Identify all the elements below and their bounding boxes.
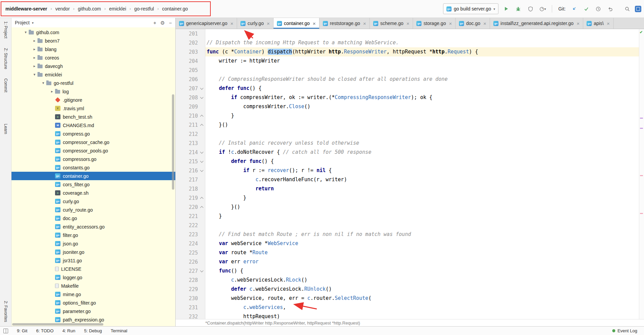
code-line[interactable]: 223 // Find best match Route ; err is no… xyxy=(176,230,639,239)
tree-item[interactable]: .gitignore xyxy=(11,96,175,104)
run-button[interactable] xyxy=(501,4,511,14)
tree-item[interactable]: gocurly_route.go xyxy=(11,206,175,214)
code-line[interactable]: 214 if !c.doNotRecover { // catch all fo… xyxy=(176,148,639,157)
stripe-mark[interactable] xyxy=(640,175,643,176)
code-line[interactable]: 218 return xyxy=(176,184,639,193)
tool-window-button[interactable]: 2: Favorites xyxy=(3,301,8,322)
chevron-down-icon[interactable]: ▾ xyxy=(23,30,28,34)
fold-icon[interactable] xyxy=(200,111,205,120)
tree-item[interactable]: gocompressors.go xyxy=(11,155,175,163)
tree-item[interactable]: ▸davecgh xyxy=(11,62,175,70)
code-line[interactable]: 221 } xyxy=(176,212,639,221)
tree-item[interactable]: gojsoniter.go xyxy=(11,248,175,256)
status-bar-item[interactable]: Terminal xyxy=(111,328,127,333)
fold-icon[interactable] xyxy=(200,120,205,129)
close-icon[interactable]: × xyxy=(449,21,452,26)
editor-tab[interactable]: goinstall\zz_generated.api.register.go× xyxy=(490,18,583,29)
breadcrumb-item[interactable]: emicklei xyxy=(109,6,126,11)
code-line[interactable]: 215 defer func() { xyxy=(176,157,639,166)
tree-item[interactable]: MCHANGES.md xyxy=(11,121,175,129)
code-line[interactable]: 206 // CompressingResponseWriter should … xyxy=(176,75,639,84)
tool-window-button[interactable]: Z: Structure xyxy=(3,48,8,69)
tree-item[interactable]: gocors_filter.go xyxy=(11,180,175,189)
tree-item[interactable]: Makefile xyxy=(11,282,175,290)
tree-scrollbar-vertical[interactable] xyxy=(172,94,174,190)
code-line[interactable]: 203func (c *Container) dispatch(httpWrit… xyxy=(176,47,639,56)
locate-icon[interactable]: ⌖ xyxy=(153,20,156,25)
tree-scrollbar-horizontal[interactable] xyxy=(12,323,103,326)
project-tree[interactable]: ▾github.com▸beorn7▸blang▸coreos▸davecgh▾… xyxy=(11,27,175,326)
fold-icon[interactable] xyxy=(200,157,205,166)
chevron-right-icon[interactable]: ▸ xyxy=(49,89,55,94)
fold-icon[interactable] xyxy=(200,202,205,212)
breadcrumb-item[interactable]: github.com xyxy=(78,6,101,11)
fold-icon[interactable] xyxy=(200,148,205,157)
editor-tab[interactable]: gocontainer.go× xyxy=(274,18,319,29)
tree-item[interactable]: Y.travis.yml xyxy=(11,104,175,113)
close-icon[interactable]: × xyxy=(267,21,270,26)
editor-tab[interactable]: goscheme.go× xyxy=(370,18,413,29)
code-line[interactable]: 227 func() { xyxy=(176,266,639,276)
tree-item[interactable]: gocompressor_pools.go xyxy=(11,146,175,155)
chevron-down-icon[interactable]: ▾ xyxy=(32,21,34,25)
fold-icon[interactable] xyxy=(200,166,205,175)
vcs-update-button[interactable] xyxy=(569,4,578,14)
tree-item[interactable]: gojson.go xyxy=(11,239,175,248)
close-icon[interactable]: × xyxy=(407,21,410,26)
ide-corner-icon[interactable] xyxy=(635,6,641,12)
code-line[interactable]: 231 c.webServices, xyxy=(176,303,639,312)
run-config-select[interactable]: go go build server.go ▾ xyxy=(443,3,499,14)
rollback-button[interactable] xyxy=(606,4,615,14)
code-line[interactable]: 212 xyxy=(176,129,639,139)
code-line[interactable]: 209 compressWriter.Close() xyxy=(176,102,639,111)
stripe-mark[interactable] xyxy=(640,213,643,214)
breadcrumb-item[interactable]: vendor xyxy=(55,6,70,11)
code-line[interactable]: 226 var err error xyxy=(176,257,639,266)
status-bar-item[interactable]: 4: Run xyxy=(62,328,75,333)
profiler-button[interactable]: ▾ xyxy=(538,4,547,14)
code-line[interactable]: 225 var route *Route xyxy=(176,248,639,257)
code-editor[interactable]: 201202// Dispatch the incoming Http Requ… xyxy=(176,29,639,319)
tool-window-switcher-icon[interactable] xyxy=(3,329,8,333)
breadcrumb-item[interactable]: container.go xyxy=(162,6,188,11)
tree-item[interactable]: ▸coreos xyxy=(11,53,175,62)
hide-panel-icon[interactable]: − xyxy=(169,20,172,25)
stripe-mark[interactable] xyxy=(640,128,643,129)
tree-item[interactable]: ▸blang xyxy=(11,45,175,53)
tool-window-button[interactable]: Commit xyxy=(3,78,8,92)
close-icon[interactable]: × xyxy=(313,21,316,26)
code-line[interactable]: 216 if r := recover(); r != nil { xyxy=(176,166,639,175)
code-line[interactable]: 204 writer := httpWriter xyxy=(176,56,639,66)
close-icon[interactable]: × xyxy=(576,21,579,26)
tree-item[interactable]: gojsr311.go xyxy=(11,256,175,265)
code-line[interactable]: 232 httpRequest) xyxy=(176,312,639,319)
tree-item[interactable]: gologger.go xyxy=(11,273,175,282)
tree-item[interactable]: LICENSE xyxy=(11,265,175,273)
tree-item[interactable]: gooptions_filter.go xyxy=(11,298,175,307)
tree-item[interactable]: >coverage.sh xyxy=(11,189,175,197)
settings-icon[interactable]: ⚙ xyxy=(160,20,165,25)
code-line[interactable]: 211 }() xyxy=(176,120,639,129)
tree-item[interactable]: >bench_test.sh xyxy=(11,113,175,121)
tree-item[interactable]: goentity_accessors.go xyxy=(11,222,175,231)
vcs-commit-button[interactable] xyxy=(582,4,591,14)
editor-tab[interactable]: gogenericapiserver.go× xyxy=(176,18,237,29)
chevron-down-icon[interactable]: ▾ xyxy=(32,72,37,77)
breadcrumb-item[interactable]: middleware-server xyxy=(5,6,47,11)
stripe-mark[interactable] xyxy=(640,118,643,119)
editor-tab[interactable]: gostorage.go× xyxy=(413,18,456,29)
status-bar-item[interactable]: 9: Git xyxy=(17,328,27,333)
code-line[interactable]: 205 xyxy=(176,66,639,75)
code-line[interactable]: 220 }() xyxy=(176,202,639,212)
chevron-right-icon[interactable]: ▸ xyxy=(32,64,37,68)
tree-item[interactable]: gocompress.go xyxy=(11,129,175,138)
fold-icon[interactable] xyxy=(200,193,205,202)
code-line[interactable]: 229 defer c.webServicesLock.RUnlock() xyxy=(176,285,639,294)
tree-item[interactable]: gocurly.go xyxy=(11,197,175,206)
search-button[interactable] xyxy=(623,4,632,14)
close-icon[interactable]: × xyxy=(607,21,610,26)
code-line[interactable]: 210 } xyxy=(176,111,639,120)
code-line[interactable]: 228 c.webServicesLock.RLock() xyxy=(176,276,639,285)
editor-tab[interactable]: gocurly.go× xyxy=(237,18,274,29)
breadcrumb-item[interactable]: go-restful xyxy=(134,6,154,11)
